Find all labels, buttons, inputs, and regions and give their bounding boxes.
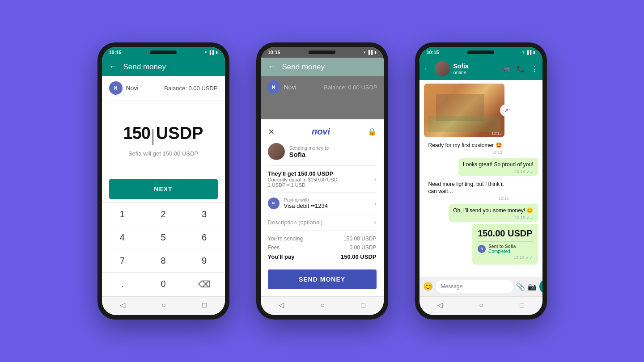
numpad-key-2[interactable]: 2 bbox=[143, 203, 184, 226]
paying-label: Paying with bbox=[284, 197, 370, 202]
they-get-sub1: Currently equal to $150.00 USD bbox=[268, 177, 374, 182]
nav-back-2[interactable]: ◁ bbox=[279, 301, 284, 309]
numpad-key-9[interactable]: 9 bbox=[184, 249, 225, 273]
attach-icon[interactable]: 📎 bbox=[516, 282, 525, 291]
nav-recent-1[interactable]: □ bbox=[202, 301, 207, 309]
emoji-icon[interactable]: 😊 bbox=[423, 282, 433, 291]
numpad-key-3[interactable]: 3 bbox=[184, 203, 225, 226]
status-icons-3: ▾ ▐▐ ▮ bbox=[522, 50, 535, 55]
payment-sent-to: Sent to Sofia bbox=[488, 244, 532, 249]
msg-footer-1: 10:13 bbox=[428, 150, 502, 155]
wifi-icon-2: ▾ bbox=[364, 50, 366, 55]
they-get-sub2: 1 USDP = 1 USD bbox=[268, 182, 374, 188]
they-get-row[interactable]: They'll get 150.00 USDP Currently equal … bbox=[268, 165, 377, 192]
msg-footer-3: 10:15 bbox=[428, 196, 509, 201]
amount-number-1: 150 bbox=[123, 124, 150, 143]
they-get-left: They'll get 150.00 USDP Currently equal … bbox=[268, 170, 374, 188]
wa-back-icon[interactable]: ← bbox=[424, 65, 431, 73]
modal-sheet: ✕ novi 🔒 Sending money to Sofia They'll … bbox=[261, 119, 384, 296]
numpad-key-backspace[interactable]: ⌫ bbox=[184, 273, 225, 296]
msg-bubble-1: Ready for my first customer 🤩 10:13 bbox=[424, 139, 507, 156]
battery-icon-3: ▮ bbox=[533, 50, 535, 55]
msg-bubble-3: Need more lighting, but I think it can w… bbox=[424, 178, 513, 203]
amount-cursor-1 bbox=[153, 129, 153, 145]
nav-home-1[interactable]: ○ bbox=[161, 301, 166, 309]
message-input[interactable] bbox=[436, 280, 513, 293]
fees-value: 0.00 USDP bbox=[349, 244, 376, 251]
signal-icon-3: ▐▐ bbox=[526, 50, 532, 55]
numpad-key-4[interactable]: 4 bbox=[102, 226, 143, 249]
status-icons-2: ▾ ▐▐ ▮ bbox=[364, 50, 377, 55]
wallet-icon-2: N bbox=[267, 80, 280, 94]
video-call-icon[interactable]: 📹 bbox=[502, 65, 510, 73]
nav-recent-2[interactable]: □ bbox=[361, 301, 365, 309]
phone1-content: N Novi Balance: 0.00 USDP 150 USDP Sofia… bbox=[102, 76, 225, 296]
payment-info: Sent to Sofia Completed bbox=[488, 244, 532, 254]
battery-icon: ▮ bbox=[216, 50, 218, 55]
msg-time-1: 10:13 bbox=[492, 150, 502, 155]
youll-pay-value: 150.00 USDP bbox=[341, 253, 377, 260]
voice-call-icon[interactable]: 📞 bbox=[517, 65, 525, 73]
back-arrow-2: ← bbox=[268, 62, 276, 72]
sending-name: Sofia bbox=[289, 151, 329, 158]
sending-label: Sending money to bbox=[289, 145, 329, 151]
summary-section: You're sending 150.00 USDP Fees 0.00 USD… bbox=[268, 230, 377, 265]
msg-text-1: Ready for my first customer 🤩 bbox=[428, 142, 502, 149]
wifi-icon-3: ▾ bbox=[522, 50, 525, 55]
wa-avatar bbox=[435, 61, 450, 76]
payment-status-row: N Sent to Sofia Completed bbox=[478, 241, 532, 254]
summary-sending-line: You're sending 150.00 USDP bbox=[268, 234, 377, 243]
nav-bar-1: ◁ ○ □ bbox=[102, 296, 225, 315]
status-time-3: 10:15 bbox=[427, 50, 439, 55]
wallet-name-1: Novi bbox=[126, 84, 139, 92]
numpad-key-5[interactable]: 5 bbox=[143, 226, 184, 249]
nav-recent-3[interactable]: □ bbox=[520, 301, 524, 309]
desc-row[interactable]: Description (optional) › bbox=[268, 214, 377, 230]
phone-3: 10:15 ▾ ▐▐ ▮ ← Sofia online 📹 📞 ⋮ bbox=[415, 42, 547, 320]
more-options-icon[interactable]: ⋮ bbox=[531, 65, 538, 73]
numpad-key-6[interactable]: 6 bbox=[184, 226, 225, 249]
numpad-key-1[interactable]: 1 bbox=[102, 203, 143, 226]
wa-contact-name: Sofia bbox=[453, 63, 498, 70]
sending-row: Sending money to Sofia bbox=[268, 143, 377, 160]
camera-icon[interactable]: 📷 bbox=[528, 282, 537, 291]
header-title-1: Send money bbox=[123, 63, 166, 72]
wallet-balance-1: Balance: 0.00 USDP bbox=[164, 85, 217, 92]
share-icon[interactable]: ↗ bbox=[500, 104, 513, 117]
back-arrow-1[interactable]: ← bbox=[109, 62, 117, 72]
youre-sending-label: You're sending bbox=[268, 236, 303, 242]
nav-back-1[interactable]: ◁ bbox=[120, 301, 125, 309]
wallet-left-1: N Novi bbox=[109, 81, 139, 95]
image-message: 10:13 ↗ bbox=[424, 84, 504, 137]
wa-input-bar: 😊 📎 📷 🎤 bbox=[419, 277, 542, 296]
modal-header: ✕ novi 🔒 bbox=[268, 126, 377, 137]
fees-label: Fees bbox=[268, 244, 280, 251]
numpad-key-7[interactable]: 7 bbox=[102, 249, 143, 273]
wallet-icon-1: N bbox=[109, 81, 123, 95]
nav-bar-3: ◁ ○ □ bbox=[419, 296, 542, 315]
nav-home-3[interactable]: ○ bbox=[479, 301, 483, 309]
wa-messages: 10:13 ↗ Ready for my first customer 🤩 10… bbox=[419, 80, 542, 277]
msg-time-2: 10:14 bbox=[515, 169, 525, 174]
wa-info: Sofia online bbox=[453, 63, 498, 75]
modal-close-icon[interactable]: ✕ bbox=[268, 127, 275, 137]
nav-home-2[interactable]: ○ bbox=[320, 301, 325, 309]
restaurant-image: 10:13 bbox=[424, 84, 504, 137]
signal-icon: ▐▐ bbox=[208, 50, 214, 55]
phone-2: 10:15 ▾ ▐▐ ▮ ← Send money N Novi Balance… bbox=[256, 42, 388, 320]
payment-time: 10:15 bbox=[514, 255, 524, 260]
nav-back-3[interactable]: ◁ bbox=[437, 301, 443, 309]
phone-notch-3 bbox=[467, 51, 494, 54]
numpad-key-0[interactable]: 0 bbox=[143, 273, 184, 296]
numpad-key-dot[interactable]: . bbox=[102, 273, 143, 296]
next-button-1[interactable]: NEXT bbox=[109, 179, 218, 199]
modal-lock-icon: 🔒 bbox=[368, 127, 377, 136]
send-money-button[interactable]: SEND MONEY bbox=[268, 269, 377, 289]
dimmed-background bbox=[261, 98, 384, 119]
mic-button[interactable]: 🎤 bbox=[539, 279, 542, 294]
numpad-key-8[interactable]: 8 bbox=[143, 249, 184, 273]
msg-text-4: Oh, I'll send you some money! 😊 bbox=[453, 207, 533, 215]
payment-amount: 150.00 USDP bbox=[478, 228, 532, 239]
payment-novi-icon: N bbox=[478, 245, 486, 253]
novi-logo: novi bbox=[312, 126, 330, 137]
